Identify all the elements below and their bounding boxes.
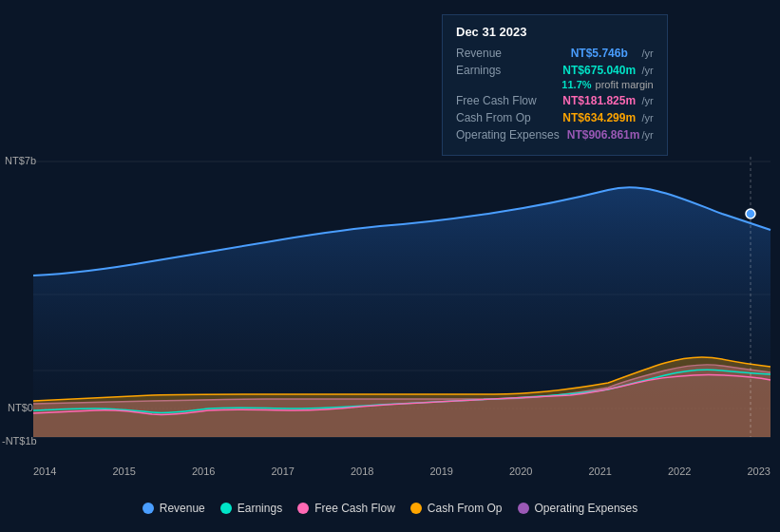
tooltip-revenue-unit: /yr bbox=[641, 48, 653, 59]
tooltip-opex-row: Operating Expenses NT$906.861m /yr bbox=[456, 128, 654, 142]
svg-point-10 bbox=[746, 209, 755, 218]
legend-earnings[interactable]: Earnings bbox=[220, 502, 282, 515]
tooltip-cashfromop-unit: /yr bbox=[641, 112, 653, 124]
tooltip-cashfromop-value: NT$634.299m bbox=[562, 111, 636, 124]
tooltip-revenue-row: Revenue NT$5.746b /yr bbox=[456, 47, 654, 60]
legend-earnings-dot bbox=[220, 503, 232, 514]
svg-text:NT$7b: NT$7b bbox=[5, 155, 36, 166]
tooltip-fcf-value: NT$181.825m bbox=[562, 94, 636, 107]
tooltip-earnings-label: Earnings bbox=[456, 64, 551, 77]
tooltip-title: Dec 31 2023 bbox=[456, 25, 654, 39]
legend-fcf-label: Free Cash Flow bbox=[314, 502, 395, 515]
tooltip-fcf-row: Free Cash Flow NT$181.825m /yr bbox=[456, 94, 654, 107]
legend-fcf[interactable]: Free Cash Flow bbox=[297, 502, 395, 515]
svg-text:-NT$1b: -NT$1b bbox=[2, 435, 37, 446]
tooltip-earnings-value: NT$675.040m bbox=[562, 64, 636, 77]
legend-fcf-dot bbox=[297, 503, 309, 514]
legend-earnings-label: Earnings bbox=[238, 502, 282, 515]
x-label-2014: 2014 bbox=[33, 466, 56, 477]
x-label-2022: 2022 bbox=[668, 466, 691, 477]
tooltip-margin-row: 11.7% profit margin bbox=[456, 79, 654, 90]
x-label-2018: 2018 bbox=[351, 466, 373, 477]
tooltip-earnings-row: Earnings NT$675.040m /yr bbox=[456, 64, 654, 77]
tooltip-fcf-label: Free Cash Flow bbox=[456, 94, 551, 107]
tooltip-cashfromop-label: Cash From Op bbox=[456, 111, 551, 124]
legend-revenue[interactable]: Revenue bbox=[143, 502, 205, 515]
tooltip-opex-label: Operating Expenses bbox=[456, 128, 560, 142]
legend-cashfromop-dot bbox=[410, 503, 422, 514]
svg-text:NT$0: NT$0 bbox=[8, 402, 33, 413]
tooltip-margin-label: profit margin bbox=[596, 79, 654, 90]
x-label-2020: 2020 bbox=[509, 466, 532, 477]
x-label-2021: 2021 bbox=[589, 466, 612, 477]
tooltip-cashfromop-row: Cash From Op NT$634.299m /yr bbox=[456, 111, 654, 124]
legend-cashfromop[interactable]: Cash From Op bbox=[410, 502, 503, 515]
tooltip-revenue-label: Revenue bbox=[456, 47, 551, 60]
legend-revenue-dot bbox=[143, 503, 154, 514]
tooltip-revenue-value: NT$5.746b bbox=[571, 47, 628, 60]
tooltip-margin-pct: 11.7% bbox=[561, 79, 591, 90]
legend-opex-dot bbox=[518, 503, 529, 514]
legend-opex[interactable]: Operating Expenses bbox=[518, 502, 638, 515]
tooltip-opex-value: NT$906.861m bbox=[567, 128, 640, 142]
chart-legend: Revenue Earnings Free Cash Flow Cash Fro… bbox=[0, 502, 780, 515]
x-label-2017: 2017 bbox=[272, 466, 295, 477]
legend-opex-label: Operating Expenses bbox=[535, 502, 638, 515]
data-tooltip: Dec 31 2023 Revenue NT$5.746b /yr Earnin… bbox=[442, 14, 668, 156]
x-label-2015: 2015 bbox=[113, 466, 136, 477]
legend-cashfromop-label: Cash From Op bbox=[428, 502, 503, 515]
legend-revenue-label: Revenue bbox=[160, 502, 205, 515]
x-label-2019: 2019 bbox=[430, 466, 453, 477]
x-label-2016: 2016 bbox=[192, 466, 215, 477]
tooltip-fcf-unit: /yr bbox=[641, 95, 653, 106]
chart-container: NT$7b NT$0 -NT$1b 2014 2015 2016 2017 20… bbox=[0, 0, 780, 532]
tooltip-earnings-unit: /yr bbox=[641, 65, 653, 76]
tooltip-opex-unit: /yr bbox=[641, 129, 653, 141]
x-label-2023: 2023 bbox=[748, 466, 770, 477]
